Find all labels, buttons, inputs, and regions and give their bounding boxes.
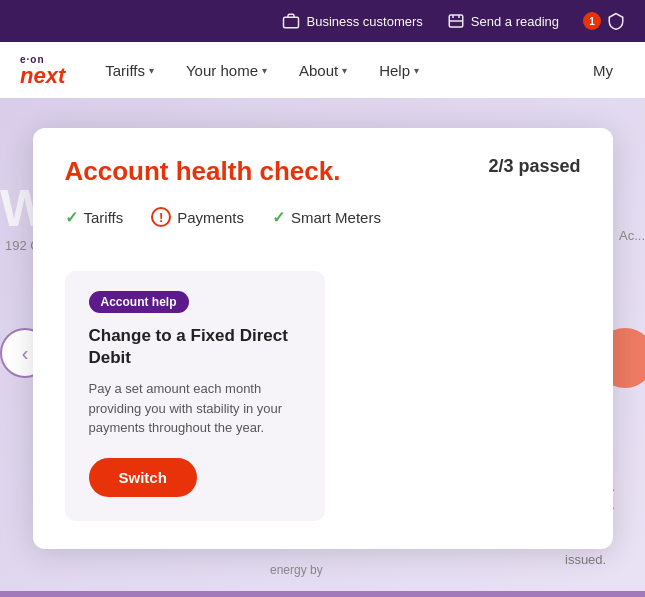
modal-header: Account health check. 2/3 passed — [65, 156, 581, 187]
nav-tariffs[interactable]: Tariffs ▾ — [93, 54, 166, 87]
smart-meters-pass-icon: ✓ — [272, 208, 285, 227]
check-tariffs: ✓ Tariffs — [65, 208, 124, 227]
nav-help[interactable]: Help ▾ — [367, 54, 431, 87]
check-tariffs-label: Tariffs — [84, 209, 124, 226]
nav-about[interactable]: About ▾ — [287, 54, 359, 87]
top-bar: Business customers Send a reading 1 — [0, 0, 645, 42]
modal-title: Account health check. — [65, 156, 341, 187]
payments-warn-icon: ! — [151, 207, 171, 227]
card-title: Change to a Fixed Direct Debit — [89, 325, 301, 369]
check-smart-meters-label: Smart Meters — [291, 209, 381, 226]
check-payments-label: Payments — [177, 209, 244, 226]
send-reading-link[interactable]: Send a reading — [447, 12, 559, 30]
logo-next: next — [20, 65, 65, 87]
notifications-link[interactable]: 1 — [583, 12, 625, 30]
briefcase-icon — [282, 12, 300, 30]
modal-checks: ✓ Tariffs ! Payments ✓ Smart Meters — [65, 207, 581, 247]
card-badge: Account help — [89, 291, 189, 313]
tariffs-pass-icon: ✓ — [65, 208, 78, 227]
logo[interactable]: e·on next — [20, 54, 65, 87]
switch-button[interactable]: Switch — [89, 458, 197, 497]
about-chevron-icon: ▾ — [342, 65, 347, 76]
modal-score: 2/3 passed — [488, 156, 580, 177]
notification-badge: 1 — [583, 12, 601, 30]
card-description: Pay a set amount each month providing yo… — [89, 379, 301, 438]
check-payments: ! Payments — [151, 207, 244, 227]
account-help-card: Account help Change to a Fixed Direct De… — [65, 271, 325, 521]
tariffs-chevron-icon: ▾ — [149, 65, 154, 76]
health-check-modal: Account health check. 2/3 passed ✓ Tarif… — [33, 128, 613, 549]
svg-rect-0 — [284, 17, 299, 28]
business-customers-link[interactable]: Business customers — [282, 12, 422, 30]
nav-bar: e·on next Tariffs ▾ Your home ▾ About ▾ … — [0, 42, 645, 98]
nav-your-home[interactable]: Your home ▾ — [174, 54, 279, 87]
modal-overlay: Account health check. 2/3 passed ✓ Tarif… — [0, 98, 645, 597]
your-home-chevron-icon: ▾ — [262, 65, 267, 76]
shield-icon — [607, 12, 625, 30]
nav-my[interactable]: My — [581, 54, 625, 87]
help-chevron-icon: ▾ — [414, 65, 419, 76]
meter-icon — [447, 12, 465, 30]
check-smart-meters: ✓ Smart Meters — [272, 208, 381, 227]
